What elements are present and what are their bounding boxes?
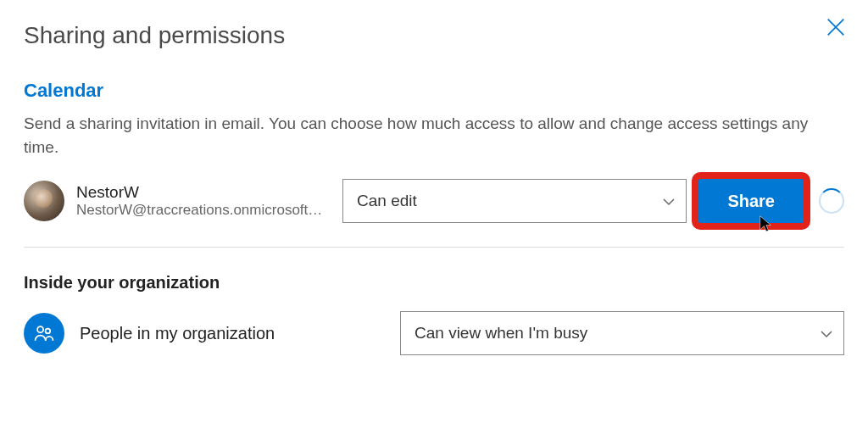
sharing-description: Send a sharing invitation in email. You … <box>24 112 821 159</box>
invite-row: NestorW NestorW@traccreations.onmicrosof… <box>24 179 844 223</box>
divider <box>24 247 844 248</box>
org-permission-select[interactable]: Can view when I'm busy <box>400 311 844 355</box>
org-permission-value: Can view when I'm busy <box>415 324 587 343</box>
org-label: People in my organization <box>80 324 385 343</box>
close-icon <box>824 15 848 39</box>
share-button-highlight: Share <box>698 179 804 223</box>
panel-title: Sharing and permissions <box>24 22 844 49</box>
chevron-down-icon <box>662 194 676 208</box>
people-icon <box>24 313 64 354</box>
org-section-heading: Inside your organization <box>24 273 844 292</box>
invite-permission-select[interactable]: Can edit <box>342 179 687 223</box>
chevron-down-icon <box>820 326 833 340</box>
person-info: NestorW NestorW@traccreations.onmicrosof… <box>76 183 331 220</box>
person-email: NestorW@traccreations.onmicrosoft… <box>76 202 331 219</box>
calendar-section-link[interactable]: Calendar <box>24 80 844 102</box>
svg-point-3 <box>46 329 51 334</box>
invite-permission-value: Can edit <box>357 192 417 210</box>
org-row: People in my organization Can view when … <box>24 311 844 355</box>
avatar <box>24 181 64 221</box>
share-button[interactable]: Share <box>698 179 804 223</box>
svg-point-2 <box>37 326 43 332</box>
close-button[interactable] <box>824 15 848 39</box>
person-name: NestorW <box>76 183 331 203</box>
loading-spinner <box>819 188 844 214</box>
